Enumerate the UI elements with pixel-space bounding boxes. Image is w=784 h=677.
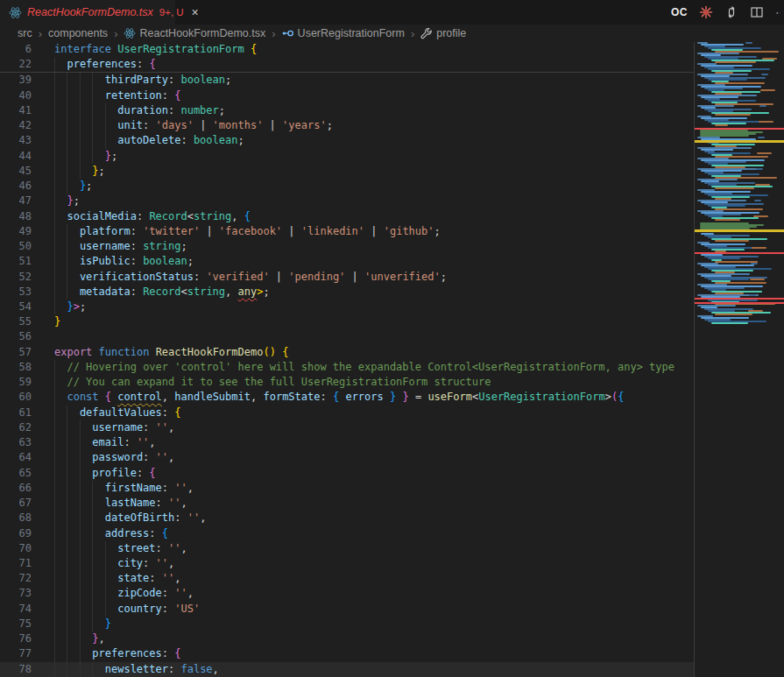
indent-guide: [67, 631, 79, 646]
code-line[interactable]: 53metadata: Record<string, any>;: [0, 285, 694, 300]
code-line[interactable]: 48socialMedia: Record<string, {: [0, 209, 694, 224]
code-token: ,: [168, 420, 174, 435]
code-line[interactable]: 56: [0, 329, 694, 344]
code-token: :: [162, 602, 174, 617]
code-line[interactable]: 59// You can expand it to see the full U…: [0, 375, 694, 390]
indent-guide: [67, 496, 79, 511]
code-token: ;: [74, 194, 80, 208]
code-text: verificationStatus: 'verified' | 'pendin…: [54, 270, 447, 285]
code-line[interactable]: 64password: '',: [0, 450, 694, 465]
code-line[interactable]: 49platform: 'twitter' | 'facebook' | 'li…: [0, 224, 694, 239]
sticky-line[interactable]: 22preferences: {: [0, 57, 694, 72]
code-line[interactable]: 55}: [0, 314, 694, 329]
code-line[interactable]: 63email: '',: [0, 435, 694, 450]
indent-guide: [54, 57, 67, 72]
code-token: autoDelete: [117, 133, 180, 148]
code-token: '': [174, 586, 187, 601]
code-token: city: [117, 556, 143, 571]
code-token: ,: [149, 435, 155, 450]
indent-guide: [92, 586, 104, 601]
sticky-scroll: 6interface UserRegistrationForm {22prefe…: [0, 42, 694, 73]
code-text: interface UserRegistrationForm {: [54, 42, 257, 57]
code-line[interactable]: 44};: [0, 149, 694, 164]
code-line[interactable]: 75}: [0, 617, 694, 631]
indent-guide: [54, 194, 67, 208]
code-line[interactable]: 78newsletter: false,: [0, 662, 694, 677]
code-token: [244, 42, 251, 57]
breadcrumb-item-profile[interactable]: profile: [420, 27, 466, 39]
code-line[interactable]: 77preferences: {: [0, 646, 694, 661]
code-line[interactable]: 60const { control, handleSubmit, formSta…: [0, 390, 694, 405]
minimap-marker: [695, 229, 784, 232]
line-number: 50: [0, 239, 32, 254]
code-line[interactable]: 73zipCode: '',: [0, 586, 694, 601]
breadcrumb-item-src[interactable]: src: [18, 27, 32, 39]
breadcrumb-label: src: [18, 27, 32, 39]
code-token: string: [194, 209, 231, 224]
code-line[interactable]: 70street: '',: [0, 541, 694, 556]
open-changes-icon[interactable]: [724, 5, 738, 19]
indent-guide: [92, 662, 104, 677]
sticky-line[interactable]: 6interface UserRegistrationForm {: [0, 42, 694, 57]
editor-actions: OC ⋯: [671, 0, 784, 25]
code-line[interactable]: 66firstName: '',: [0, 481, 694, 496]
breadcrumb-item-components[interactable]: components: [48, 27, 108, 39]
code-text: const { control, handleSubmit, formState…: [54, 390, 624, 405]
code-line[interactable]: 39thirdParty: boolean;: [0, 73, 694, 88]
code-line[interactable]: 67lastName: '',: [0, 496, 694, 511]
code-token: {: [174, 405, 180, 420]
code-line[interactable]: 57export function ReactHookFormDemo() {: [0, 345, 694, 360]
code-line[interactable]: 43autoDelete: boolean;: [0, 133, 694, 148]
code-text: username: '',: [54, 420, 174, 435]
code-line[interactable]: 74country: 'US': [0, 602, 694, 617]
code-line[interactable]: 52verificationStatus: 'verified' | 'pend…: [0, 270, 694, 285]
code-token: :: [124, 435, 136, 450]
tab-reacthookformdemo[interactable]: ReactHookFormDemo.tsx 9+, U ×: [0, 0, 175, 25]
code-line[interactable]: 65profile: {: [0, 466, 694, 481]
code-token: }: [92, 164, 98, 179]
code-token: email: [92, 435, 124, 450]
indent-guide: [67, 526, 79, 541]
code-line[interactable]: 47};: [0, 194, 694, 208]
code-line[interactable]: 50username: string;: [0, 239, 694, 254]
code-line[interactable]: 46};: [0, 179, 694, 194]
code-line[interactable]: 51isPublic: boolean;: [0, 254, 694, 269]
indent-guide: [67, 541, 79, 556]
code-line[interactable]: 71city: '',: [0, 556, 694, 571]
code-token: 'days': [156, 118, 194, 133]
code-line[interactable]: 54}>;: [0, 300, 694, 314]
code-line[interactable]: 41duration: number;: [0, 103, 694, 118]
split-editor-icon[interactable]: [750, 5, 764, 19]
code-line[interactable]: 58// Hovering over 'control' here will s…: [0, 360, 694, 375]
line-number: 70: [0, 541, 32, 556]
close-icon[interactable]: ×: [192, 6, 199, 18]
tab-title: ReactHookFormDemo.tsx: [27, 6, 153, 18]
code-line[interactable]: 62username: '',: [0, 420, 694, 435]
indent-guide: [105, 571, 117, 586]
indent-guide: [67, 239, 79, 254]
code-line[interactable]: 42unit: 'days' | 'months' | 'years';: [0, 118, 694, 133]
code-line[interactable]: 61defaultValues: {: [0, 405, 694, 420]
starburst-extension-icon[interactable]: [699, 5, 713, 19]
code-token: dateOfBirth: [105, 511, 174, 525]
breadcrumb-item-reacthookformdemo-tsx[interactable]: ReactHookFormDemo.tsx: [124, 27, 265, 39]
more-actions-icon[interactable]: ⋯: [775, 6, 780, 19]
indent-guide: [105, 118, 117, 133]
code-token: ,: [162, 390, 174, 405]
code-line[interactable]: 72state: '',: [0, 571, 694, 586]
indent-guide: [92, 149, 104, 164]
breadcrumb-item-userregistrationform[interactable]: UserRegistrationForm: [282, 27, 405, 39]
indent-guide: [54, 103, 67, 118]
code-line[interactable]: 68dateOfBirth: '',: [0, 511, 694, 525]
indent-guide: [67, 586, 79, 601]
indent-guide: [92, 496, 104, 511]
code-line[interactable]: 40retention: {: [0, 88, 694, 103]
code-token: ;: [80, 300, 86, 314]
oc-extension-button[interactable]: OC: [671, 6, 688, 18]
minimap[interactable]: [694, 42, 784, 677]
indent-guide: [54, 466, 67, 481]
code-line[interactable]: 76},: [0, 631, 694, 646]
indent-guide: [54, 631, 67, 646]
code-line[interactable]: 69address: {: [0, 526, 694, 541]
code-line[interactable]: 45};: [0, 164, 694, 179]
